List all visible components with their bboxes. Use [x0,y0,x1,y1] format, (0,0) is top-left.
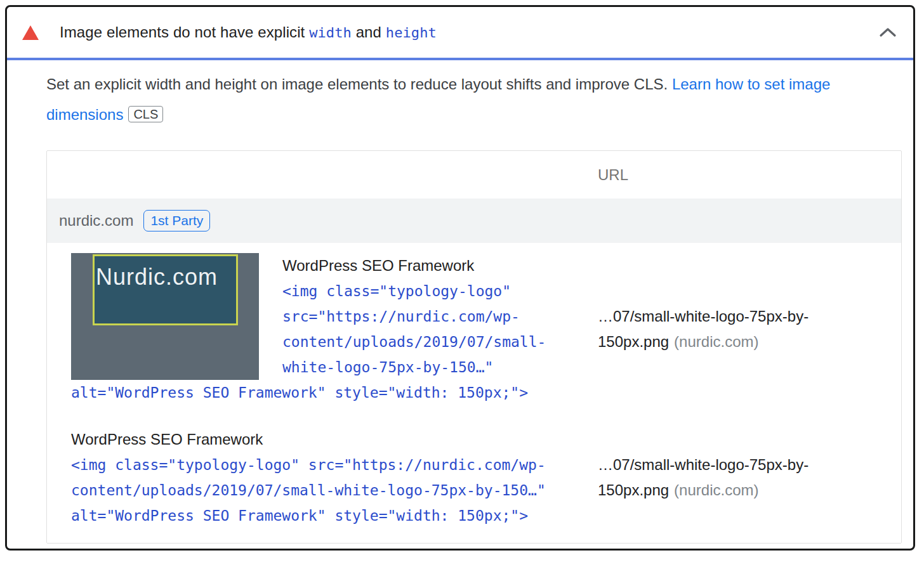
node-snippet: <img class="typology-logo" src="https://… [71,452,585,528]
table-row: Nurdic.com WordPress SEO Framework <img … [71,253,901,405]
thumbnail-logo: Nurdic.com [93,254,238,325]
audit-header[interactable]: Image elements do not have explicit widt… [7,7,913,58]
table-row: WordPress SEO Framework <img class="typo… [71,427,901,528]
audit-title: Image elements do not have explicit widt… [60,23,879,41]
cls-tag[interactable]: CLS [128,106,163,122]
audit-title-text: Image elements do not have explicit [60,23,309,41]
chevron-up-icon[interactable] [879,27,897,37]
first-party-badge: 1st Party [143,210,210,231]
audit-title-text-and: and [352,23,386,41]
url-value[interactable]: …07/small-white-logo-75px-by-150px.png(n… [598,304,826,355]
table-header-row: URL [47,151,901,199]
audit-description: Set an explicit width and height on imag… [46,69,865,130]
audit-card: Image elements do not have explicit widt… [5,5,915,551]
image-thumbnail: Nurdic.com [71,253,259,380]
details-table: URL nurdic.com 1st Party Nurdic.com Word… [46,150,902,544]
url-host: (nurdic.com) [674,333,758,350]
url-value[interactable]: …07/small-white-logo-75px-by-150px.png(n… [598,452,826,503]
url-host: (nurdic.com) [674,481,758,499]
node-cell: WordPress SEO Framework <img class="typo… [71,427,585,528]
audit-title-code-height: height [386,25,437,41]
audit-body: Set an explicit width and height on imag… [7,60,913,544]
url-cell: …07/small-white-logo-75px-by-150px.png(n… [585,304,901,355]
node-label: WordPress SEO Framework [71,427,585,452]
group-domain-label: nurdic.com [59,212,133,230]
audit-title-code-width: width [309,25,352,41]
url-column-header: URL [598,166,628,184]
url-cell: …07/small-white-logo-75px-by-150px.png(n… [585,452,901,503]
node-cell: Nurdic.com WordPress SEO Framework <img … [71,253,585,405]
description-text: Set an explicit width and height on imag… [46,75,672,93]
domain-group-row: nurdic.com 1st Party [47,199,901,243]
warning-triangle-icon [22,25,39,40]
table-items: Nurdic.com WordPress SEO Framework <img … [47,243,901,543]
